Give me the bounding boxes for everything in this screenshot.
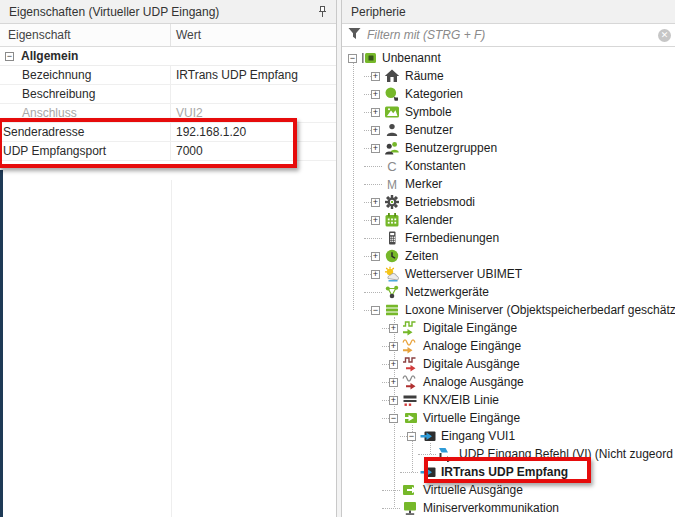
tree-connector <box>364 112 371 113</box>
tree-connector <box>364 148 371 149</box>
digital-input-icon <box>402 320 418 336</box>
tree-item-virtuelle-ausgänge[interactable]: Virtuelle Ausgänge <box>342 481 675 499</box>
property-value[interactable]: 192.168.1.20 <box>171 123 336 141</box>
collapse-toggle[interactable]: − <box>407 432 416 441</box>
tree-item-label: Loxone Miniserver (Objektspeicherbedarf … <box>405 303 675 317</box>
property-row-beschreibung[interactable]: Beschreibung <box>0 85 336 104</box>
tree-connector <box>382 400 389 401</box>
tree-item-digitale-ausgänge[interactable]: +Digitale Ausgänge <box>342 355 675 373</box>
tree-item-benutzer[interactable]: +Benutzer <box>342 121 675 139</box>
tree-connector <box>382 364 389 365</box>
tree-item-label: Benutzer <box>405 123 453 137</box>
tree-item-label: Eingang VUI1 <box>441 429 515 443</box>
collapse-toggle[interactable]: − <box>389 414 398 423</box>
tree-item-kalender[interactable]: +Kalender <box>342 211 675 229</box>
tree-item-label: UDP Eingang Befehl (VI) (Nicht zugeord <box>459 447 673 461</box>
expand-toggle[interactable]: + <box>371 72 380 81</box>
expand-toggle[interactable]: + <box>389 396 398 405</box>
tree-item-zeiten[interactable]: +Zeiten <box>342 247 675 265</box>
tree-item-label: Miniserverkommunikation <box>423 501 559 515</box>
tree-item-merker[interactable]: MMerker <box>342 175 675 193</box>
expand-toggle[interactable]: + <box>371 270 380 279</box>
expand-toggle[interactable]: + <box>371 252 380 261</box>
tree-item-irtrans-udp-empfang[interactable]: IRTrans UDP Empfang <box>342 463 675 481</box>
marker-m-icon: M <box>384 176 400 192</box>
tree-item-virtuelle-eingänge[interactable]: −Virtuelle Eingänge <box>342 409 675 427</box>
expand-toggle[interactable]: + <box>389 378 398 387</box>
collapse-toggle[interactable]: − <box>5 52 14 61</box>
column-header-wert[interactable]: Wert <box>171 28 336 42</box>
property-value[interactable]: 7000 <box>171 142 336 160</box>
property-value[interactable]: IRTrans UDP Empfang <box>171 66 336 84</box>
tree-item-fernbedienungen[interactable]: Fernbedienungen <box>342 229 675 247</box>
tree-connector <box>400 472 418 473</box>
column-header-eigenschaft[interactable]: Eigenschaft <box>0 24 171 46</box>
collapse-toggle[interactable]: − <box>371 306 380 315</box>
tree-item-udp-eingang-befehl-vi-nicht-zugeord[interactable]: UDP Eingang Befehl (VI) (Nicht zugeord <box>342 445 675 463</box>
expand-toggle[interactable]: + <box>371 90 380 99</box>
tree-item-label: Analoge Eingänge <box>423 339 521 353</box>
tree-item-räume[interactable]: +Räume <box>342 67 675 85</box>
tree-item-wetterserver-ubimet[interactable]: +Wetterserver UBIMET <box>342 265 675 283</box>
tree-item-eingang-vui1[interactable]: −Eingang VUI1 <box>342 427 675 445</box>
tree-item-label: Räume <box>405 69 444 83</box>
expand-toggle[interactable]: + <box>371 216 380 225</box>
tree-connector <box>364 310 371 311</box>
tree-item-label: Symbole <box>405 105 452 119</box>
expand-toggle[interactable]: + <box>371 108 380 117</box>
tree-item-kategorien[interactable]: +Kategorien <box>342 85 675 103</box>
tree-item-benutzergruppen[interactable]: +Benutzergruppen <box>342 139 675 157</box>
tree-connector <box>382 328 389 329</box>
property-value[interactable] <box>171 85 336 103</box>
virtual-output-icon <box>402 482 418 498</box>
tree-connector <box>418 454 436 455</box>
property-group-label: Allgemein <box>21 49 78 63</box>
property-row-senderadresse[interactable]: Senderadresse192.168.1.20 <box>0 123 336 142</box>
property-group-allgemein[interactable]: − Allgemein <box>0 47 336 66</box>
grid-column-divider[interactable] <box>171 180 172 517</box>
expand-toggle[interactable]: + <box>371 198 380 207</box>
tree-item-digitale-eingänge[interactable]: +Digitale Eingänge <box>342 319 675 337</box>
remote-control-icon <box>384 230 400 246</box>
expand-toggle[interactable]: + <box>371 126 380 135</box>
udp-command-icon <box>438 446 454 462</box>
property-name: Senderadresse <box>0 123 171 141</box>
tree-item-label: Netzwerkgeräte <box>405 285 489 299</box>
collapse-toggle[interactable]: − <box>348 54 357 63</box>
property-row-bezeichnung[interactable]: BezeichnungIRTrans UDP Empfang <box>0 66 336 85</box>
tree-item-label: Digitale Eingänge <box>423 321 517 335</box>
tree-item-label: Wetterserver UBIMET <box>405 267 522 281</box>
property-row-anschluss[interactable]: AnschlussVUI2 <box>0 104 336 123</box>
tree-item-unbenannt[interactable]: −Unbenannt <box>342 49 675 67</box>
tree-item-label: Merker <box>405 177 442 191</box>
periphery-panel-title: Peripherie <box>351 5 669 19</box>
clear-filter-icon[interactable]: ✕ <box>658 29 671 42</box>
expand-toggle[interactable]: + <box>389 342 398 351</box>
property-grid-column-header: Eigenschaft Wert <box>0 24 336 47</box>
tree-item-betriebsmodi[interactable]: +Betriebsmodi <box>342 193 675 211</box>
expand-toggle[interactable]: + <box>371 144 380 153</box>
filter-input[interactable] <box>367 28 658 42</box>
expand-toggle[interactable]: + <box>389 324 398 333</box>
property-name: Beschreibung <box>0 85 171 103</box>
tree-item-loxone-miniserver-objektspeicherbedarf-geschätz[interactable]: −Loxone Miniserver (Objektspeicherbedarf… <box>342 301 675 319</box>
tree-item-label: Konstanten <box>405 159 466 173</box>
property-value[interactable]: VUI2 <box>171 104 336 122</box>
constant-c-icon: C <box>384 158 400 174</box>
property-name: Anschluss <box>0 104 171 122</box>
tree-item-symbole[interactable]: +Symbole <box>342 103 675 121</box>
tree-item-miniserverkommunikation[interactable]: Miniserverkommunikation <box>342 499 675 516</box>
digital-output-icon <box>402 356 418 372</box>
categories-icon <box>384 86 400 102</box>
expand-toggle[interactable]: + <box>389 360 398 369</box>
tree-item-konstanten[interactable]: CKonstanten <box>342 157 675 175</box>
tree-item-analoge-ausgänge[interactable]: +Analoge Ausgänge <box>342 373 675 391</box>
tree-item-netzwerkgeräte[interactable]: Netzwerkgeräte <box>342 283 675 301</box>
tree-connector <box>382 418 389 419</box>
property-row-udp-empfangsport[interactable]: UDP Empfangsport7000 <box>0 142 336 161</box>
pin-icon[interactable] <box>314 4 330 20</box>
property-name: UDP Empfangsport <box>0 142 171 160</box>
network-icon <box>384 284 400 300</box>
tree-item-knx-eib-linie[interactable]: +KNX/EIB Linie <box>342 391 675 409</box>
tree-item-analoge-eingänge[interactable]: +Analoge Eingänge <box>342 337 675 355</box>
